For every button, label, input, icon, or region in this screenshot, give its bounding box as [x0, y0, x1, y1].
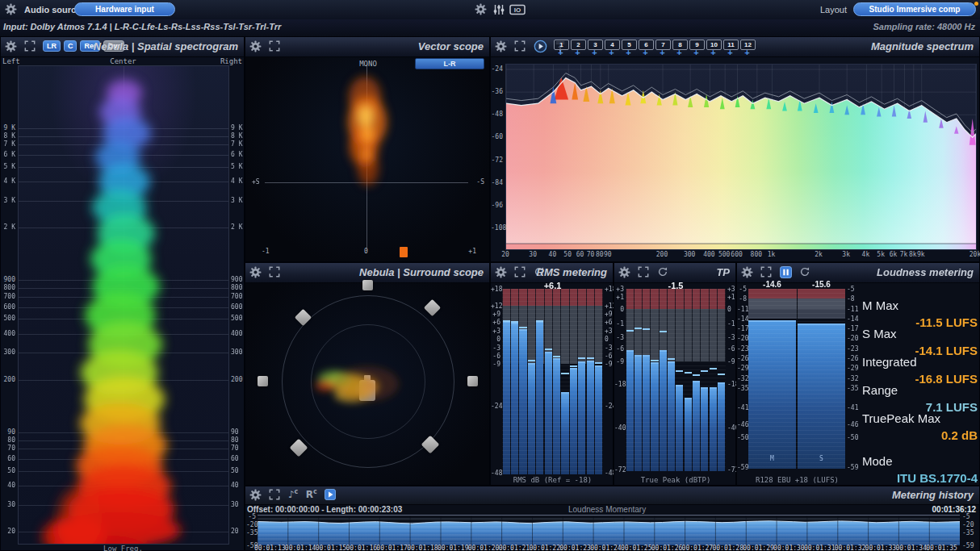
db-tick: -84 [491, 179, 503, 186]
channel-add-button-11[interactable]: + [723, 48, 737, 57]
clear-range-icon[interactable]: Rc [306, 488, 317, 500]
freq-tick-right: 70 [231, 445, 239, 452]
db-tick: -24 [491, 65, 503, 73]
freq-tick-right: 4 K [231, 177, 242, 185]
audio-source-gear-icon[interactable] [5, 3, 17, 15]
gear-icon[interactable] [249, 489, 262, 501]
scale-tick-left: -35 [737, 385, 747, 392]
freq-tick-right: 3 K [231, 197, 242, 204]
channel-add-button-4[interactable]: + [605, 48, 618, 57]
lr-mode-button[interactable]: L-R [415, 58, 484, 69]
freq-tick-right: 6 K [231, 151, 242, 158]
freq-tick-left: 50 [1, 467, 15, 474]
channel-add-button-1[interactable]: + [554, 48, 567, 57]
channel-add-button-7[interactable]: + [655, 48, 669, 57]
scale-tick-left: -5 [737, 286, 747, 293]
spatial-title: Nebula | Spatial spectrogram [94, 40, 238, 52]
freq-tick-right: 800 [231, 284, 242, 291]
mixer-sliders-icon[interactable] [492, 3, 505, 16]
tp-caption: True Peak (dBTP) [614, 476, 737, 484]
hardware-input-button[interactable]: Hardware input [74, 2, 175, 16]
gear-icon[interactable] [495, 40, 507, 52]
freq-tick-left: 90 [1, 428, 15, 436]
app-window: Audio source Hardware input IO Layout St… [0, 0, 980, 551]
scale-tick-left: -59 [737, 464, 747, 471]
speaker-icon [467, 376, 478, 386]
freq-tick-right: 40 [231, 482, 239, 489]
center-speaker-icon [359, 380, 375, 401]
channel-bar [587, 361, 594, 474]
svg-text:IO: IO [514, 6, 521, 14]
channel-add-button-3[interactable]: + [588, 48, 601, 57]
notification-dot [974, 2, 978, 6]
scale-tick-right: -26 [847, 355, 858, 362]
scale-tick-right: -6 [727, 345, 735, 353]
channel-bar [511, 323, 518, 474]
channel-bar [626, 350, 634, 471]
column-line [725, 289, 726, 361]
channel-add-button-12[interactable]: + [740, 48, 754, 57]
scale-tick-right: +9 [605, 311, 613, 318]
fullscreen-icon[interactable] [269, 489, 280, 500]
freq-tick-left: 80 [1, 436, 15, 444]
freq-tick-right: 400 [231, 330, 242, 337]
column-line [709, 289, 710, 361]
freq-tick-left: 9 K [1, 124, 15, 131]
spectrum-plot [505, 64, 977, 250]
spatial-filter-button-c[interactable]: C [64, 40, 77, 52]
vector-scope-panel: Vector scope MONO L-R +S -S -1 0 +1 [245, 36, 490, 262]
history-scale-left: -5 [246, 513, 256, 520]
freq-tick-right: 700 [231, 293, 242, 300]
scale-tick-left: -18 [614, 381, 624, 388]
channel-bar [643, 355, 650, 471]
peak-hold-line [634, 328, 642, 329]
channel-add-button-6[interactable]: + [639, 48, 652, 57]
loudness-bar-value: -15.6 [798, 280, 845, 289]
scale-tick-left: -20 [737, 335, 747, 342]
magnitude-header: Magnitude spectrum 1+2+3+4+5+6+7+8+9+10+… [491, 37, 979, 57]
channel-bar [660, 350, 667, 471]
channel-add-button-9[interactable]: + [689, 48, 703, 57]
peak-hold-line [545, 349, 552, 350]
peak-hold-line [587, 357, 594, 359]
channel-add-button-5[interactable]: + [622, 48, 635, 57]
top-bar: Audio source Hardware input IO Layout St… [0, 0, 980, 19]
column-line [602, 289, 603, 364]
history-graph [258, 515, 960, 545]
stat-label: Integrated [862, 355, 917, 369]
gear-icon[interactable] [249, 40, 262, 52]
rms-metering-panel: RMS metering +6.1 +18+18+12+12+9+9+6+6+3… [490, 262, 614, 486]
channel-add-button-8[interactable]: + [672, 48, 686, 57]
scale-tick-right: +3 [605, 328, 613, 335]
settings-gear-icon[interactable] [475, 3, 487, 15]
input-info-bar: Input: Dolby Atmos 7.1.4 | L-R-C-Lfe-Ls-… [0, 19, 980, 37]
channel-add-button-2[interactable]: + [571, 48, 584, 57]
spatial-filter-button-lr[interactable]: LR [43, 40, 61, 52]
peak-hold-line [693, 374, 700, 376]
fullscreen-icon[interactable] [24, 40, 36, 52]
channel-add-button-10[interactable]: + [706, 48, 720, 57]
freq-tick-right: 50 [231, 467, 239, 474]
stat-label: Mode [862, 454, 893, 468]
live-play-icon[interactable] [534, 40, 547, 53]
peak-hold-line [643, 328, 650, 330]
play-button[interactable] [325, 489, 336, 500]
db-tick: -72 [491, 157, 503, 164]
fullscreen-icon[interactable] [269, 40, 280, 52]
column-line [659, 289, 660, 361]
channel-bar [634, 355, 642, 471]
scale-tick-left: -6 [491, 353, 500, 360]
layout-preset-button[interactable]: Studio Immersive comp [853, 2, 976, 16]
scale-tick-left: +1 [614, 294, 624, 301]
channel-bar [561, 392, 568, 474]
history-scale-left: -35 [246, 529, 256, 536]
fullscreen-icon[interactable] [514, 40, 526, 52]
column-line [586, 289, 587, 364]
surround-scope-panel: Nebula | Surround scope [245, 262, 490, 486]
freq-tick-right: 5 K [231, 163, 242, 170]
clear-momentary-icon[interactable]: ♪c [288, 488, 298, 500]
spatial-bottom-label: Low Freq. [1, 545, 245, 551]
rms-caption: RMS dB (Ref = -18) [491, 476, 614, 484]
io-routing-icon[interactable]: IO [509, 3, 526, 16]
gear-icon[interactable] [5, 40, 17, 52]
